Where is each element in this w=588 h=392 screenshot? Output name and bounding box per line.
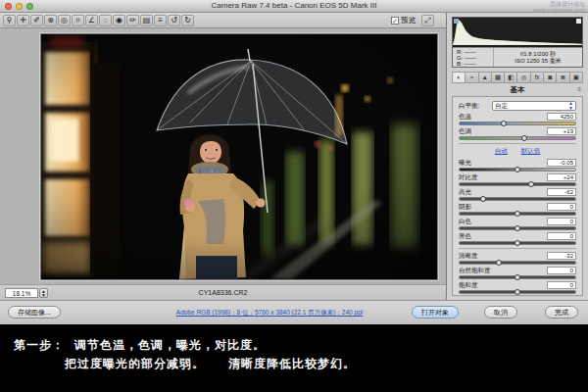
slider-label: 自然饱和度 [459, 267, 491, 275]
slider-label: 饱和度 [459, 281, 478, 290]
slider-value-field[interactable]: -0.05 [547, 159, 576, 167]
tab-snapshots-icon[interactable]: ▣ [570, 72, 583, 83]
slider-row: 阴影0 [459, 203, 576, 216]
rgb-b: B: —— [457, 61, 493, 67]
slider-handle[interactable] [480, 196, 486, 202]
slider-row: 高光-62 [459, 188, 576, 201]
tab-split-toning-icon[interactable]: ◧ [505, 72, 517, 83]
slider-handle[interactable] [514, 225, 520, 231]
slider-handle[interactable] [496, 260, 502, 266]
white-balance-label: 白平衡: [459, 102, 479, 111]
default-link[interactable]: 默认值 [521, 147, 541, 156]
slider-value-field[interactable]: 0 [547, 281, 576, 289]
tab-camera-calibration-icon[interactable]: ◙ [544, 72, 557, 83]
slider-value-field[interactable]: 0 [547, 203, 576, 211]
slider-value-field[interactable]: 0 [547, 267, 576, 274]
caption-step-label: 第一步： [14, 338, 65, 352]
slider-handle[interactable] [514, 240, 520, 246]
done-button[interactable]: 完成 [545, 306, 578, 318]
slider-label: 色温 [459, 113, 471, 122]
basic-adjustments: 白平衡: 自定 ▲▼ 色温4250色调+19自动默认值曝光-0.05对比度+24… [452, 96, 583, 296]
targeted-adjustment-tool-icon[interactable]: ◎ [58, 15, 71, 26]
tab-effects-icon[interactable]: fx [531, 72, 544, 83]
slider-value-field[interactable]: -32 [547, 252, 576, 260]
fullscreen-toggle-icon[interactable]: ⤢ [421, 15, 434, 26]
slider-label: 色调 [459, 127, 471, 136]
slider-track[interactable] [459, 261, 576, 265]
slider-value-field[interactable]: 4250 [547, 113, 576, 121]
slider-handle[interactable] [514, 167, 520, 172]
slider-value-field[interactable]: +19 [547, 127, 576, 135]
tab-basic-icon[interactable]: ◐ [452, 72, 466, 83]
slider-track[interactable] [459, 226, 576, 230]
crop-tool-icon[interactable]: ⌗ [72, 15, 84, 26]
slider-value-field[interactable]: -62 [547, 188, 576, 196]
slider-row: 黑色0 [459, 232, 576, 245]
screenshot-root: Camera Raw 7.4 beta - Canon EOS 5D Mark … [0, 0, 588, 392]
open-object-button[interactable]: 打开对象 [412, 306, 459, 318]
photo-preview[interactable] [40, 33, 438, 280]
slider-label: 对比度 [459, 173, 478, 182]
slider-handle[interactable] [514, 274, 520, 280]
slider-handle[interactable] [514, 211, 520, 217]
save-image-button[interactable]: 存储图像... [8, 306, 61, 318]
slider-track[interactable] [459, 182, 576, 186]
slider-track[interactable] [459, 136, 576, 140]
spot-removal-tool-icon[interactable]: ◌ [99, 15, 112, 26]
straighten-tool-icon[interactable]: ∠ [85, 15, 98, 26]
preview-checkbox[interactable]: ✓ [391, 17, 399, 24]
panel-menu-icon[interactable]: ≡ [577, 86, 581, 92]
graduated-filter-tool-icon[interactable]: ▤ [140, 15, 153, 26]
slider-track[interactable] [459, 275, 576, 279]
rotate-right-button-icon[interactable]: ↻ [181, 15, 194, 26]
slider-value-field[interactable]: 0 [547, 218, 576, 225]
auto-link[interactable]: 自动 [495, 147, 508, 156]
tab-tone-curve-icon[interactable]: ≈ [466, 72, 478, 83]
slider-track[interactable] [459, 168, 576, 172]
slider-label: 高光 [459, 188, 471, 197]
slider-value-field[interactable]: +24 [547, 173, 576, 181]
zoom-tool-icon[interactable]: ⚲ [3, 15, 16, 26]
slider-row: 色调+19 [459, 127, 576, 140]
slider-handle[interactable] [528, 181, 534, 187]
slider-handle[interactable] [514, 289, 520, 295]
shadow-clipping-icon[interactable] [454, 19, 459, 24]
hand-tool-icon[interactable]: ✛ [17, 15, 29, 26]
slider-row: 自然饱和度0 [459, 267, 576, 279]
histogram-info: R: —— G: —— B: —— f/1.8 1/200 秒 ISO 1250… [453, 47, 582, 67]
toolbar: ⚲✛✐⊕◎⌗∠◌◉✏▤≡↺↻ ✓ 预览 ⤢ [0, 13, 446, 28]
slider-handle[interactable] [501, 121, 507, 126]
white-balance-tool-icon[interactable]: ✐ [30, 15, 43, 26]
slider-handle[interactable] [521, 135, 527, 141]
cancel-button[interactable]: 取消 [484, 306, 517, 318]
slider-label: 黑色 [459, 232, 471, 241]
slider-track[interactable] [459, 122, 576, 125]
tab-hsl-icon[interactable]: ▦ [492, 72, 505, 83]
rotate-left-button-icon[interactable]: ↺ [168, 15, 180, 26]
workflow-options-link[interactable]: Adobe RGB (1998)；8 位；5760 x 3840 (22.1 百… [137, 309, 402, 318]
white-balance-select[interactable]: 自定 ▲▼ [492, 101, 576, 111]
tab-lens-corrections-icon[interactable]: ◎ [517, 72, 530, 83]
color-sampler-tool-icon[interactable]: ⊕ [44, 15, 57, 26]
slider-label: 清晰度 [459, 252, 478, 261]
tab-detail-icon[interactable]: ▲ [479, 72, 492, 83]
slider-track[interactable] [459, 241, 576, 245]
highlight-clipping-icon[interactable] [576, 19, 581, 24]
select-arrows-icon: ▲▼ [568, 101, 573, 111]
slider-track[interactable] [459, 290, 576, 294]
tab-presets-icon[interactable]: ≣ [557, 72, 569, 83]
slider-value-field[interactable]: 0 [547, 232, 576, 240]
white-balance-value: 自定 [495, 102, 508, 111]
slider-row: 曝光-0.05 [459, 159, 576, 172]
filename-label: CY1A8336.CR2 [0, 289, 446, 296]
slider-label: 白色 [459, 218, 471, 226]
photo-illustration [41, 34, 437, 279]
histogram-box: R: —— G: —— B: —— f/1.8 1/200 秒 ISO 1250… [452, 17, 583, 68]
slider-track[interactable] [459, 197, 576, 201]
file-strip: 18.1% ▲▼ CY1A8336.CR2 [0, 284, 446, 300]
slider-track[interactable] [459, 212, 576, 216]
red-eye-tool-icon[interactable]: ◉ [113, 15, 125, 26]
canvas-area [0, 28, 446, 284]
preferences-button-icon[interactable]: ≡ [154, 15, 167, 26]
adjustment-brush-tool-icon[interactable]: ✏ [126, 15, 139, 26]
